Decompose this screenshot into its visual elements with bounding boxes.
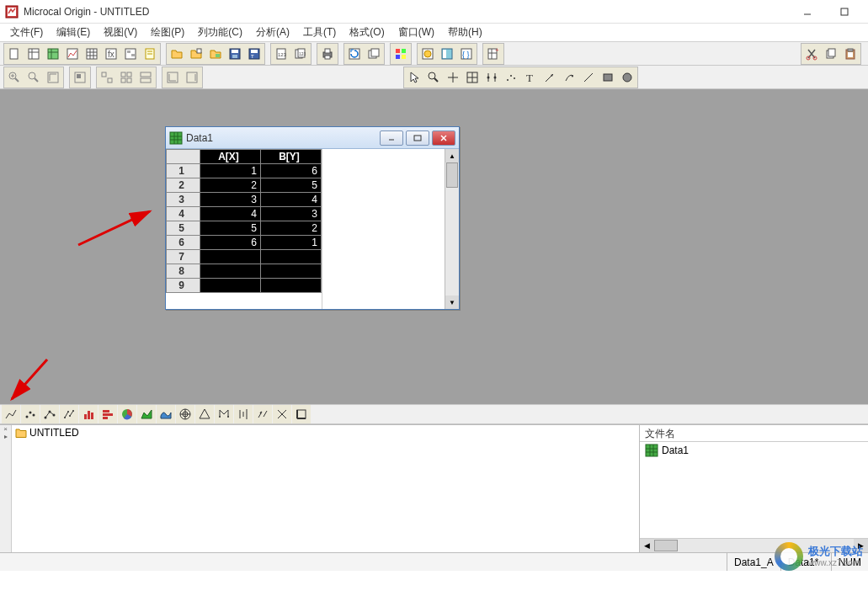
zoom-out-button[interactable] — [24, 68, 43, 87]
row-header[interactable]: 4 — [167, 207, 200, 221]
column-header-b[interactable]: B[Y] — [261, 150, 322, 164]
copy-button[interactable] — [822, 45, 840, 63]
circle-tool-button[interactable] — [618, 68, 636, 87]
data-selector-button[interactable] — [482, 68, 501, 87]
import-multi-button[interactable]: 123 — [291, 45, 310, 63]
new-layout-button[interactable] — [121, 45, 140, 63]
line-symbol-plot-button[interactable] — [40, 405, 59, 423]
merge-layers-button[interactable] — [117, 68, 136, 87]
cell[interactable]: 2 — [261, 221, 322, 236]
pie-plot-button[interactable] — [118, 405, 136, 423]
menu-view[interactable]: 视图(V) — [97, 24, 144, 41]
menu-file[interactable]: 文件(F) — [3, 24, 50, 41]
row-header[interactable]: 3 — [167, 193, 200, 207]
new-color-button[interactable] — [391, 45, 410, 63]
cell[interactable] — [261, 264, 322, 279]
worksheet-corner[interactable] — [167, 150, 200, 164]
save-project-button[interactable] — [226, 45, 244, 63]
scroll-right-icon[interactable]: ▶ — [854, 539, 868, 552]
column-plot-button[interactable] — [79, 405, 98, 423]
scroll-thumb[interactable] — [654, 540, 678, 551]
scroll-left-icon[interactable]: ◀ — [640, 539, 654, 552]
row-header[interactable]: 9 — [167, 279, 200, 293]
add-column-button[interactable]: + — [484, 45, 503, 63]
menu-edit[interactable]: 编辑(E) — [50, 24, 97, 41]
worksheet-grid[interactable]: A[X] B[Y] 116 225 334 443 552 661 7 8 9 — [166, 149, 322, 309]
cell[interactable]: 4 — [261, 193, 322, 207]
scroll-down-icon[interactable]: ▼ — [445, 296, 459, 309]
scatter-plot-button[interactable] — [21, 405, 40, 423]
cell[interactable]: 4 — [200, 207, 261, 221]
cell[interactable]: 5 — [261, 178, 322, 193]
cell[interactable]: 6 — [261, 164, 322, 178]
new-notes-button[interactable] — [141, 45, 159, 63]
bar-plot-button[interactable] — [99, 405, 117, 423]
draw-data-button[interactable] — [502, 68, 520, 87]
menu-tools[interactable]: 工具(T) — [296, 24, 343, 41]
cell[interactable] — [200, 264, 261, 279]
cell[interactable] — [261, 250, 322, 264]
zoom-tool-button[interactable] — [424, 68, 443, 87]
print-button[interactable] — [318, 45, 337, 63]
new-function-button[interactable]: fx — [102, 45, 120, 63]
high-low-close-button[interactable] — [234, 405, 253, 423]
menu-format[interactable]: 格式(O) — [343, 24, 391, 41]
column-header-a[interactable]: A[X] — [200, 150, 261, 164]
arrange-layers-button[interactable] — [136, 68, 155, 87]
worksheet-vscrollbar[interactable]: ▲ ▼ — [445, 149, 459, 309]
menu-plot[interactable]: 绘图(P) — [144, 24, 191, 41]
two-point-segment-button[interactable] — [60, 405, 78, 423]
template-plot-button[interactable] — [292, 405, 311, 423]
results-log-button[interactable] — [418, 45, 437, 63]
cell[interactable] — [200, 250, 261, 264]
add-axes-button[interactable] — [163, 68, 182, 87]
curved-arrow-button[interactable] — [560, 68, 578, 87]
rescale-button[interactable] — [44, 68, 62, 87]
zoom-in-button[interactable] — [5, 68, 24, 87]
new-excel-button[interactable] — [44, 45, 62, 63]
pointer-tool-button[interactable] — [405, 68, 423, 87]
project-root-item[interactable]: UNTITLED — [15, 427, 636, 439]
open-button[interactable] — [168, 45, 186, 63]
extract-layers-button[interactable] — [98, 68, 116, 87]
file-list-header[interactable]: 文件名 — [640, 425, 868, 442]
new-graph-button[interactable] — [63, 45, 82, 63]
maximize-button[interactable] — [826, 0, 863, 24]
open-excel-button[interactable] — [206, 45, 225, 63]
cell[interactable] — [200, 279, 261, 293]
smith-chart-button[interactable] — [215, 405, 233, 423]
worksheet-titlebar[interactable]: Data1 — [166, 127, 459, 149]
cell[interactable]: 1 — [261, 236, 322, 250]
menu-help[interactable]: 帮助(H) — [441, 24, 489, 41]
paste-button[interactable] — [841, 45, 860, 63]
cell[interactable] — [261, 279, 322, 293]
file-list-item[interactable]: Data1 — [640, 442, 868, 459]
ternary-plot-button[interactable] — [195, 405, 214, 423]
menu-analysis[interactable]: 分析(A) — [249, 24, 296, 41]
cell[interactable]: 3 — [261, 207, 322, 221]
data-reader-button[interactable] — [463, 68, 482, 87]
cell[interactable]: 3 — [200, 193, 261, 207]
row-header[interactable]: 6 — [167, 236, 200, 250]
close-panel-icon[interactable]: × — [3, 425, 8, 433]
panel-handle[interactable]: ×▸ — [0, 425, 12, 552]
duplicate-button[interactable] — [365, 45, 383, 63]
line-tool-button[interactable] — [579, 68, 598, 87]
row-header[interactable]: 7 — [167, 250, 200, 264]
text-tool-button[interactable]: T — [521, 68, 540, 87]
line-plot-button[interactable] — [2, 405, 20, 423]
scroll-thumb[interactable] — [446, 162, 458, 188]
vector-plot-button[interactable] — [253, 405, 272, 423]
row-header[interactable]: 2 — [167, 178, 200, 193]
fill-area-button[interactable] — [157, 405, 175, 423]
project-explorer-button[interactable] — [438, 45, 456, 63]
worksheet-maximize-button[interactable] — [406, 130, 429, 146]
file-list-hscrollbar[interactable]: ◀ ▶ — [640, 538, 868, 552]
minimize-button[interactable] — [789, 0, 826, 24]
open-template-button[interactable] — [187, 45, 205, 63]
cell[interactable]: 1 — [200, 164, 261, 178]
cell[interactable]: 6 — [200, 236, 261, 250]
arrow-tool-button[interactable] — [541, 68, 559, 87]
code-builder-button[interactable]: { } — [457, 45, 476, 63]
polar-plot-button[interactable] — [176, 405, 194, 423]
